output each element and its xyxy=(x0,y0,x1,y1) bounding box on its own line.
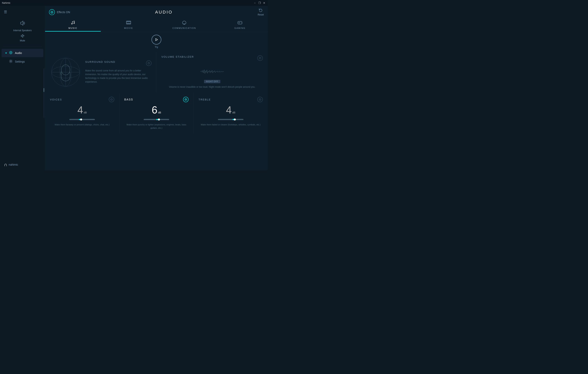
titlebar: Nahimic − ❐ ✕ xyxy=(0,0,268,6)
try-play-icon[interactable] xyxy=(151,35,161,44)
tab-communication[interactable]: COMMUNICATION xyxy=(157,18,212,32)
voices-slider[interactable] xyxy=(50,119,114,120)
app-title: Nahimic xyxy=(2,1,10,4)
bass-power-button[interactable] xyxy=(183,97,189,102)
top-panels: SURROUND SOUND Make the sound come from … xyxy=(45,51,268,93)
hamburger-menu[interactable]: ☰ xyxy=(3,9,8,15)
movie-icon xyxy=(126,20,131,26)
page-title: AUDIO xyxy=(155,10,173,15)
speaker-icon xyxy=(19,20,26,28)
bass-value-display: 6 dB xyxy=(152,105,161,115)
window-controls: − ❐ ✕ xyxy=(253,1,266,4)
mute-icon[interactable] xyxy=(20,34,25,39)
effects-toggle[interactable]: Effects ON xyxy=(49,9,70,15)
bass-header: BASS xyxy=(124,97,189,102)
minimize-button[interactable]: − xyxy=(253,1,256,4)
vstab-title: VOLUME STABILIZER xyxy=(161,55,194,58)
svg-point-9 xyxy=(241,23,242,23)
try-label: Try xyxy=(155,46,158,48)
sidebar-top: ☰ Internal Speakers Mut xyxy=(0,6,45,46)
surround-header: SURROUND SOUND xyxy=(85,60,151,66)
treble-slider-thumb[interactable] xyxy=(234,119,236,121)
surround-sound-panel: SURROUND SOUND Make the sound come from … xyxy=(45,51,157,93)
surround-visual xyxy=(50,56,81,88)
speaker-section: Internal Speakers Mute xyxy=(3,18,42,46)
voices-title: VOICES xyxy=(50,98,62,101)
tab-movie[interactable]: MOVIE xyxy=(101,18,157,32)
music-tab-label: MUSIC xyxy=(68,27,77,29)
mute-label: Mute xyxy=(20,39,25,42)
sidebar-item-settings[interactable]: Settings xyxy=(1,57,43,66)
vstab-wave xyxy=(161,66,263,77)
volume-stabilizer-panel: VOLUME STABILIZER xyxy=(157,51,268,93)
scrollbar-track xyxy=(43,68,44,118)
settings-icon xyxy=(9,59,12,64)
audio-label: Audio xyxy=(15,51,22,55)
surround-power-button[interactable] xyxy=(146,60,151,66)
main-content: Effects ON AUDIO Reset xyxy=(45,6,268,170)
voices-desc: Make them faraway or present (dialogs, c… xyxy=(55,123,110,126)
bass-panel: BASS 6 dB xyxy=(119,93,193,133)
svg-point-5 xyxy=(74,23,75,24)
communication-tab-label: COMMUNICATION xyxy=(172,27,196,29)
app-body: ☰ Internal Speakers Mut xyxy=(0,6,268,170)
treble-value-display: 4 dB xyxy=(226,105,235,115)
svg-point-0 xyxy=(10,51,12,54)
treble-header: TREBLE xyxy=(199,97,263,102)
communication-icon xyxy=(182,20,187,26)
vstab-power-button[interactable] xyxy=(257,55,263,61)
voices-value: 4 xyxy=(77,105,83,115)
svg-point-8 xyxy=(241,22,241,22)
maximize-button[interactable]: ❐ xyxy=(258,1,261,4)
treble-panel: TREBLE 4 dB xyxy=(194,93,268,133)
effects-label: Effects ON xyxy=(57,11,70,14)
logo-icon: ∩ xyxy=(4,162,7,167)
voices-power-button[interactable] xyxy=(109,97,114,102)
logo-text: nahimic xyxy=(9,163,18,166)
sidebar: ☰ Internal Speakers Mut xyxy=(0,6,45,170)
svg-point-2 xyxy=(10,61,11,62)
treble-desc: Make them faded or clearer (footsteps, w… xyxy=(201,123,261,126)
svg-marker-12 xyxy=(156,38,158,41)
try-button[interactable]: Try xyxy=(151,35,161,48)
treble-title: TREBLE xyxy=(199,98,211,101)
voices-slider-thumb[interactable] xyxy=(80,119,82,121)
content-header: Effects ON AUDIO Reset xyxy=(45,6,268,18)
reset-label: Reset xyxy=(258,13,264,16)
audio-icon xyxy=(9,51,12,55)
close-button[interactable]: ✕ xyxy=(263,1,266,4)
svg-point-1 xyxy=(10,52,11,53)
effects-power-icon[interactable] xyxy=(49,9,55,15)
bass-title: BASS xyxy=(124,98,133,101)
svg-point-4 xyxy=(72,23,73,24)
voices-panel: VOICES 4 dB xyxy=(45,93,119,133)
audio-tabs: MUSIC MOVIE xyxy=(45,18,268,32)
tab-gaming[interactable]: GAMING xyxy=(212,18,268,32)
treble-unit: dB xyxy=(232,111,235,114)
music-icon xyxy=(71,20,75,26)
movie-tab-label: MOVIE xyxy=(124,27,133,29)
vstab-desc: Volume is never inaudible or too loud. N… xyxy=(161,85,263,89)
sidebar-logo: ∩ nahimic xyxy=(0,159,45,170)
bass-slider[interactable] xyxy=(124,119,189,120)
bass-unit: dB xyxy=(158,111,161,114)
scrollbar-thumb[interactable] xyxy=(43,88,44,92)
treble-slider[interactable] xyxy=(199,119,263,120)
active-indicator xyxy=(5,52,7,54)
voices-unit: dB xyxy=(84,111,87,114)
tab-music[interactable]: MUSIC xyxy=(45,18,101,32)
sidebar-item-audio[interactable]: Audio xyxy=(1,49,43,57)
bass-desc: Make them punchy or lighter (explosions,… xyxy=(124,123,189,130)
treble-power-button[interactable] xyxy=(257,97,263,102)
bottom-panels: VOICES 4 dB xyxy=(45,93,268,133)
speaker-label: Internal Speakers xyxy=(13,29,32,32)
surround-content: SURROUND SOUND Make the sound come from … xyxy=(85,60,151,84)
reset-button[interactable]: Reset xyxy=(258,8,264,16)
bass-slider-thumb[interactable] xyxy=(158,119,160,121)
voices-value-display: 4 dB xyxy=(77,105,87,115)
sidebar-nav: Audio Settings xyxy=(0,46,45,159)
settings-label: Settings xyxy=(15,60,25,63)
surround-desc: Make the sound come from all around you … xyxy=(85,69,151,84)
vstab-header: VOLUME STABILIZER xyxy=(161,55,263,61)
treble-value: 4 xyxy=(226,105,232,115)
